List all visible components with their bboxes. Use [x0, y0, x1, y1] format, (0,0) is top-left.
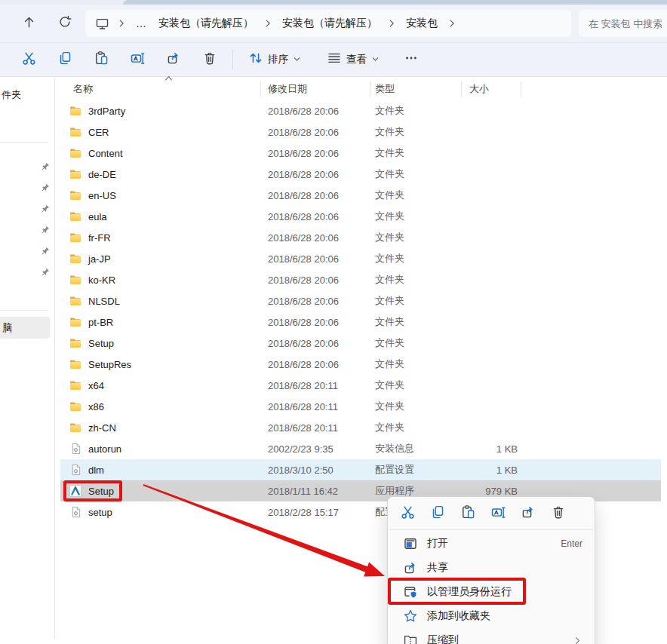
rename-button[interactable]	[124, 46, 151, 73]
breadcrumb-item[interactable]: 安装包	[401, 14, 442, 33]
file-row[interactable]: x862018/6/28 20:11文件夹	[60, 396, 661, 417]
file-row[interactable]: eula2018/6/28 20:06文件夹	[60, 206, 661, 227]
cut-button[interactable]	[15, 46, 42, 73]
sidebar-item-partial-top[interactable]: 件夹	[2, 88, 21, 102]
file-row[interactable]: Content2018/6/28 20:06文件夹	[60, 143, 661, 164]
share-button[interactable]	[518, 503, 539, 524]
folder-icon	[69, 379, 81, 391]
file-row[interactable]: fr-FR2018/6/28 20:06文件夹	[60, 227, 661, 248]
column-header-type[interactable]: 类型	[375, 82, 395, 96]
file-type: 文件夹	[370, 167, 461, 181]
file-size: 1 KB	[461, 465, 521, 476]
rename-icon	[130, 51, 146, 69]
sort-label: 排序	[268, 53, 288, 66]
menu-item-star[interactable]: 添加到收藏夹	[391, 604, 592, 628]
address-bar[interactable]: … 安装包（请先解压） 安装包（请先解压） 安装包	[85, 10, 571, 37]
file-name: Setup	[88, 338, 114, 349]
delete-button[interactable]	[196, 46, 223, 73]
sidebar-pinned-item[interactable]	[39, 183, 51, 195]
share-icon	[166, 51, 181, 69]
menu-item-label: 打开	[427, 537, 448, 550]
config-file-icon	[69, 506, 81, 518]
refresh-button[interactable]	[52, 11, 78, 36]
folder-icon	[69, 295, 81, 307]
file-row[interactable]: pt-BR2018/6/28 20:06文件夹	[60, 311, 661, 333]
file-row[interactable]: autorun2002/2/23 9:35安装信息1 KB	[60, 438, 661, 459]
delete-button[interactable]	[548, 503, 569, 524]
sidebar-pinned-item[interactable]	[39, 162, 51, 173]
sidebar-pinned-item[interactable]	[39, 268, 51, 279]
paste-button[interactable]	[457, 503, 478, 524]
copy-button[interactable]	[427, 503, 448, 524]
sidebar-pinned-item[interactable]	[39, 247, 51, 258]
paste-button[interactable]	[88, 46, 115, 73]
file-row[interactable]: zh-CN2018/6/28 20:11文件夹	[60, 417, 661, 438]
breadcrumb-overflow[interactable]: …	[131, 14, 151, 32]
column-resize-handle[interactable]	[461, 81, 462, 97]
sidebar-pinned-item[interactable]	[39, 204, 51, 216]
cut-icon	[400, 504, 416, 523]
column-resize-handle[interactable]	[260, 81, 261, 97]
sidebar-item-this-pc[interactable]: 脑	[0, 317, 50, 339]
column-resize-handle[interactable]	[370, 81, 370, 97]
file-row[interactable]: ko-KR2018/6/28 20:06文件夹	[60, 269, 661, 290]
file-list: 3rdParty2018/6/28 20:06文件夹CER2018/6/28 2…	[60, 100, 661, 523]
search-input[interactable]	[579, 18, 662, 29]
file-name: 3rdParty	[88, 106, 125, 117]
file-row[interactable]: dlm2018/3/10 2:50配置设置1 KB	[60, 459, 661, 480]
menu-item-zip[interactable]: 压缩到	[391, 628, 592, 644]
file-row[interactable]: Setup2018/6/28 20:06文件夹	[60, 333, 661, 354]
see-more-button[interactable]	[398, 46, 425, 73]
column-resize-handle[interactable]	[521, 81, 521, 97]
file-type: 文件夹	[370, 125, 461, 139]
zip-icon	[403, 633, 418, 644]
paste-icon	[94, 51, 109, 69]
chevron-right-icon	[261, 18, 275, 29]
file-row[interactable]: CER2018/6/28 20:06文件夹	[60, 121, 661, 143]
folder-icon	[69, 400, 81, 412]
context-menu-icon-row	[388, 497, 595, 526]
file-type: 文件夹	[370, 357, 461, 371]
file-name: Content	[88, 148, 123, 159]
column-header-name[interactable]: 名称	[73, 82, 93, 96]
up-button[interactable]	[16, 11, 41, 36]
file-row[interactable]: x642018/6/28 20:11文件夹	[60, 375, 661, 396]
sort-icon	[248, 51, 263, 69]
file-type: 文件夹	[370, 189, 461, 202]
file-date: 2018/6/28 20:11	[260, 380, 370, 391]
file-row[interactable]: 3rdParty2018/6/28 20:06文件夹	[60, 100, 661, 121]
folder-icon	[69, 147, 81, 159]
toolbar-separator	[232, 50, 233, 69]
copy-button[interactable]	[51, 46, 78, 73]
file-row[interactable]: NLSDL2018/6/28 20:06文件夹	[60, 290, 661, 311]
view-menu-button[interactable]: 查看	[319, 46, 387, 73]
delete-icon	[202, 51, 217, 69]
file-size: 979 KB	[461, 486, 521, 497]
file-type: 文件夹	[370, 315, 461, 329]
breadcrumb-item[interactable]: 安装包（请先解压）	[278, 14, 382, 33]
file-row[interactable]: en-US2018/6/28 20:06文件夹	[60, 185, 661, 206]
file-row[interactable]: ja-JP2018/6/28 20:06文件夹	[60, 248, 661, 269]
breadcrumb-item[interactable]: 安装包（请先解压）	[154, 14, 258, 33]
pin-icon	[40, 161, 50, 175]
menu-item-share[interactable]: 共享	[391, 556, 592, 580]
file-type: 文件夹	[370, 294, 461, 308]
file-date: 2002/2/23 9:35	[260, 443, 370, 455]
menu-item-open-window[interactable]: 打开Enter	[391, 532, 592, 556]
config-file-icon	[69, 443, 81, 455]
pin-icon	[40, 267, 50, 281]
menu-separator	[389, 529, 593, 530]
submenu-chevron-icon	[573, 636, 582, 644]
menu-item-run-admin[interactable]: 以管理员身份运行	[391, 580, 592, 604]
view-icon	[327, 51, 342, 69]
column-header-date[interactable]: 修改日期	[268, 82, 307, 96]
sort-menu-button[interactable]: 排序	[241, 46, 309, 73]
sidebar-pinned-item[interactable]	[39, 225, 51, 237]
file-row[interactable]: SetupRes2018/6/28 20:06文件夹	[60, 354, 661, 375]
share-button[interactable]	[160, 46, 187, 73]
file-row[interactable]: de-DE2018/6/28 20:06文件夹	[60, 164, 661, 185]
search-box[interactable]	[579, 10, 667, 37]
column-header-size[interactable]: 大小	[469, 82, 489, 96]
rename-button[interactable]	[487, 503, 509, 524]
cut-button[interactable]	[397, 503, 418, 524]
